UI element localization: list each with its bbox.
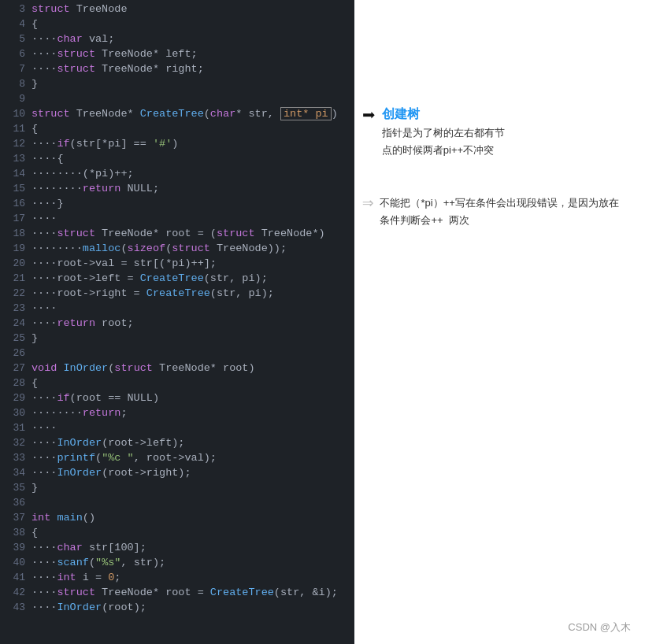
code-line: 26 (0, 346, 354, 361)
token-plain: root; (95, 317, 134, 329)
line-number: 4 (3, 18, 25, 30)
code-line: 40····scanf("%s", str); (0, 555, 354, 570)
token-num: 0 (108, 572, 114, 583)
line-content: ········malloc(sizeof(struct TreeNode)); (32, 242, 354, 254)
line-content: { (32, 377, 354, 389)
token-plain: ···· (32, 422, 57, 434)
token-kw: struct (57, 48, 95, 60)
line-content: } (32, 332, 354, 344)
line-content: ····struct TreeNode* root = (struct Tree… (32, 228, 354, 239)
line-number: 9 (3, 93, 25, 105)
code-line: 8} (0, 76, 354, 91)
token-plain: TreeNode* right; (95, 63, 204, 75)
code-line: 23···· (0, 301, 354, 316)
line-number: 18 (3, 228, 25, 239)
line-content: ····{ (32, 153, 354, 165)
line-number: 31 (3, 422, 25, 434)
token-kw: return (57, 317, 95, 329)
line-number: 32 (3, 437, 25, 449)
line-content: ········return; (32, 407, 354, 419)
line-content: { (32, 123, 354, 135)
annotation-title-1: 创建树 (382, 106, 505, 123)
line-content: ····if(root == NULL) (32, 392, 354, 404)
line-content: ····printf("%c ", root->val); (32, 452, 354, 464)
code-line: 16····} (0, 196, 354, 211)
annotation-panel: ➡ 创建树 指针是为了树的左右都有节点的时候两者pi++不冲突 ⇒ 不能把（*p… (354, 0, 645, 644)
token-kw: struct (32, 108, 70, 120)
line-content: ········return NULL; (32, 183, 354, 194)
token-plain: (root); (102, 601, 146, 613)
token-kw: void (32, 362, 57, 374)
token-kw: char (57, 542, 82, 553)
line-number: 38 (3, 527, 25, 539)
token-str: "%s" (95, 557, 120, 568)
token-plain: i = (76, 572, 109, 583)
code-line: 12····if(str[*pi] == '#') (0, 136, 354, 151)
token-plain: (str, pi); (210, 287, 274, 299)
code-line: 29····if(root == NULL) (0, 390, 354, 405)
line-number: 14 (3, 168, 25, 180)
token-plain: ···· (32, 228, 57, 239)
token-plain: ···· (32, 467, 57, 479)
token-fn: CreateTree (210, 587, 274, 598)
code-line: 43····InOrder(root); (0, 600, 354, 615)
token-plain: ···· (32, 572, 57, 583)
token-fn: main (57, 512, 82, 524)
code-line: 27void InOrder(struct TreeNode* root) (0, 361, 354, 376)
token-fn: printf (57, 452, 95, 464)
code-line: 6····struct TreeNode* left; (0, 46, 354, 61)
token-plain: (root->left); (102, 437, 184, 449)
token-kw: if (57, 138, 69, 150)
line-content: ····} (32, 198, 354, 209)
line-content: void InOrder(struct TreeNode* root) (32, 362, 354, 374)
code-line: 7····struct TreeNode* right; (0, 61, 354, 76)
code-line: 33····printf("%c ", root->val); (0, 450, 354, 465)
token-plain: ···· (32, 452, 57, 464)
token-plain: ···· (32, 138, 57, 150)
line-number: 28 (3, 377, 25, 389)
line-content: ····struct TreeNode* root = CreateTree(s… (32, 587, 354, 598)
line-number: 12 (3, 138, 25, 150)
token-plain: , str); (120, 557, 165, 568)
token-plain: ···· (32, 317, 57, 329)
token-plain: { (32, 18, 38, 30)
line-number: 26 (3, 347, 25, 359)
token-plain: ···· (32, 33, 57, 45)
token-plain: TreeNode* left; (95, 48, 198, 60)
code-line: 21····root->left = CreateTree(str, pi); (0, 271, 354, 286)
token-plain: ···· (32, 587, 57, 598)
line-content: ···· (32, 213, 354, 224)
token-str: "%c " (102, 452, 134, 464)
token-plain: TreeNode (70, 3, 128, 15)
line-number: 19 (3, 242, 25, 254)
token-plain: str[100]; (83, 542, 146, 553)
line-number: 43 (3, 601, 25, 613)
code-line: 30········return; (0, 405, 354, 420)
line-content: ········(*pi)++; (32, 168, 354, 180)
code-line: 11{ (0, 121, 354, 136)
line-number: 33 (3, 452, 25, 464)
line-content: ····scanf("%s", str); (32, 557, 354, 568)
line-number: 10 (3, 108, 25, 120)
code-line: 9 (0, 91, 354, 106)
token-plain: ···· (32, 63, 57, 75)
token-fn: InOrder (57, 601, 102, 613)
token-plain: (str[*pi] == (70, 138, 153, 150)
line-content: ····root->val = str[(*pi)++]; (32, 257, 354, 269)
token-plain: ···· (32, 557, 57, 568)
code-line: 5····char val; (0, 31, 354, 46)
token-plain: ····root->left = (32, 272, 140, 284)
line-number: 29 (3, 392, 25, 404)
token-plain: ········ (32, 242, 83, 254)
token-kw: char (210, 108, 235, 120)
line-number: 6 (3, 48, 25, 60)
token-plain: ········ (32, 183, 83, 194)
token-plain: ···· (32, 542, 57, 553)
code-line: 18····struct TreeNode* root = (struct Tr… (0, 226, 354, 241)
line-content: ····InOrder(root); (32, 601, 354, 613)
line-number: 11 (3, 123, 25, 135)
code-line: 37int main() (0, 510, 354, 525)
token-plain: ···· (32, 213, 57, 224)
token-plain: ( (120, 242, 127, 254)
code-line: 10struct TreeNode* CreateTree(char* str,… (0, 106, 354, 121)
